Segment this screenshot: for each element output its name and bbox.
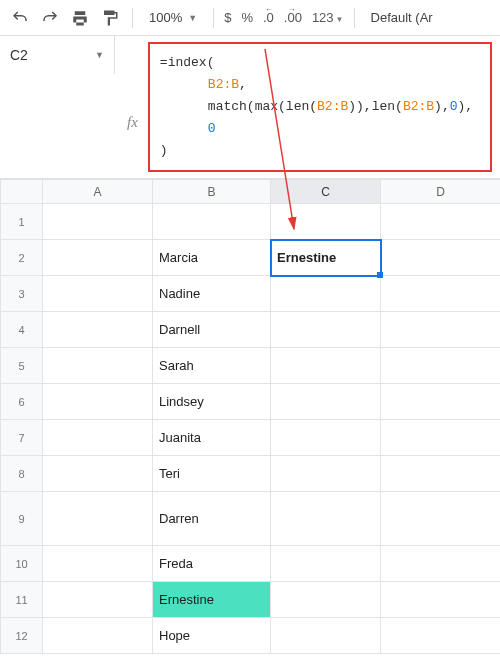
format-increase-decimal[interactable]: .00→ [284,10,302,25]
fx-icon: fx [127,114,138,131]
cell-A3[interactable] [43,276,153,312]
name-box[interactable]: C2 ▼ [0,36,115,74]
format-percent[interactable]: % [241,10,253,25]
format-more[interactable]: 123▼ [312,10,344,25]
col-header-c[interactable]: C [271,180,381,204]
cell-D1[interactable] [381,204,501,240]
chevron-down-icon: ▼ [95,50,104,60]
cell-C1[interactable] [271,204,381,240]
cell-C5[interactable] [271,348,381,384]
col-header-d[interactable]: D [381,180,501,204]
row-header[interactable]: 8 [1,456,43,492]
cell-B8[interactable]: Teri [153,456,271,492]
cell-A8[interactable] [43,456,153,492]
table-row: 7Juanita [1,420,501,456]
cell-B6[interactable]: Lindsey [153,384,271,420]
cell-D2[interactable] [381,240,501,276]
zoom-value: 100% [149,10,182,25]
formula-area: fx =index( B2:B, match(max(len(B2:B)),le… [115,36,500,178]
select-all-corner[interactable] [1,180,43,204]
cell-D5[interactable] [381,348,501,384]
paint-format-button[interactable] [98,6,122,30]
row-header[interactable]: 1 [1,204,43,240]
table-row: 9Darren [1,492,501,546]
cell-B11[interactable]: Ernestine [153,582,271,618]
cell-B3[interactable]: Nadine [153,276,271,312]
table-row: 2MarciaErnestine [1,240,501,276]
cell-B10[interactable]: Freda [153,546,271,582]
cell-B5[interactable]: Sarah [153,348,271,384]
cell-D11[interactable] [381,582,501,618]
cell-C10[interactable] [271,546,381,582]
cell-B2[interactable]: Marcia [153,240,271,276]
table-row: 1 [1,204,501,240]
row-header[interactable]: 5 [1,348,43,384]
cell-D7[interactable] [381,420,501,456]
spreadsheet-grid[interactable]: A B C D 12MarciaErnestine3Nadine4Darnell… [0,179,500,654]
row-header[interactable]: 12 [1,618,43,654]
row-header[interactable]: 3 [1,276,43,312]
undo-button[interactable] [8,6,32,30]
table-row: 10Freda [1,546,501,582]
format-decrease-decimal[interactable]: .0← [263,10,274,25]
col-header-a[interactable]: A [43,180,153,204]
row-header[interactable]: 9 [1,492,43,546]
cell-C9[interactable] [271,492,381,546]
zoom-dropdown[interactable]: 100% ▼ [143,6,203,30]
cell-B4[interactable]: Darnell [153,312,271,348]
col-header-b[interactable]: B [153,180,271,204]
cell-C3[interactable] [271,276,381,312]
cell-C6[interactable] [271,384,381,420]
table-row: 12Hope [1,618,501,654]
font-selector[interactable]: Default (Ar [371,10,433,25]
table-row: 8Teri [1,456,501,492]
cell-D10[interactable] [381,546,501,582]
separator [213,8,214,28]
row-header[interactable]: 4 [1,312,43,348]
cell-C2[interactable]: Ernestine [271,240,381,276]
cell-D9[interactable] [381,492,501,546]
cell-A4[interactable] [43,312,153,348]
formula-bar-row: C2 ▼ fx =index( B2:B, match(max(len(B2:B… [0,36,500,179]
row-header[interactable]: 2 [1,240,43,276]
format-currency[interactable]: $ [224,10,231,25]
row-header[interactable]: 10 [1,546,43,582]
cell-A5[interactable] [43,348,153,384]
table-row: 11Ernestine [1,582,501,618]
cell-A11[interactable] [43,582,153,618]
table-row: 6Lindsey [1,384,501,420]
name-box-value: C2 [10,47,28,63]
row-header[interactable]: 7 [1,420,43,456]
cell-C7[interactable] [271,420,381,456]
cell-D4[interactable] [381,312,501,348]
cell-A12[interactable] [43,618,153,654]
cell-A9[interactable] [43,492,153,546]
cell-A7[interactable] [43,420,153,456]
row-header[interactable]: 6 [1,384,43,420]
toolbar: 100% ▼ $ % .0← .00→ 123▼ Default (Ar [0,0,500,36]
cell-C4[interactable] [271,312,381,348]
formula-input[interactable]: =index( B2:B, match(max(len(B2:B)),len(B… [148,42,492,172]
cell-D3[interactable] [381,276,501,312]
cell-C12[interactable] [271,618,381,654]
cell-C8[interactable] [271,456,381,492]
cell-D8[interactable] [381,456,501,492]
cell-B1[interactable] [153,204,271,240]
cell-A2[interactable] [43,240,153,276]
cell-B9[interactable]: Darren [153,492,271,546]
cell-A6[interactable] [43,384,153,420]
cell-A10[interactable] [43,546,153,582]
chevron-down-icon: ▼ [336,15,344,24]
redo-button[interactable] [38,6,62,30]
cell-D12[interactable] [381,618,501,654]
cell-D6[interactable] [381,384,501,420]
cell-C11[interactable] [271,582,381,618]
print-button[interactable] [68,6,92,30]
cell-B12[interactable]: Hope [153,618,271,654]
table-row: 5Sarah [1,348,501,384]
spreadsheet-grid-wrap: A B C D 12MarciaErnestine3Nadine4Darnell… [0,179,500,654]
cell-B7[interactable]: Juanita [153,420,271,456]
table-row: 3Nadine [1,276,501,312]
cell-A1[interactable] [43,204,153,240]
row-header[interactable]: 11 [1,582,43,618]
